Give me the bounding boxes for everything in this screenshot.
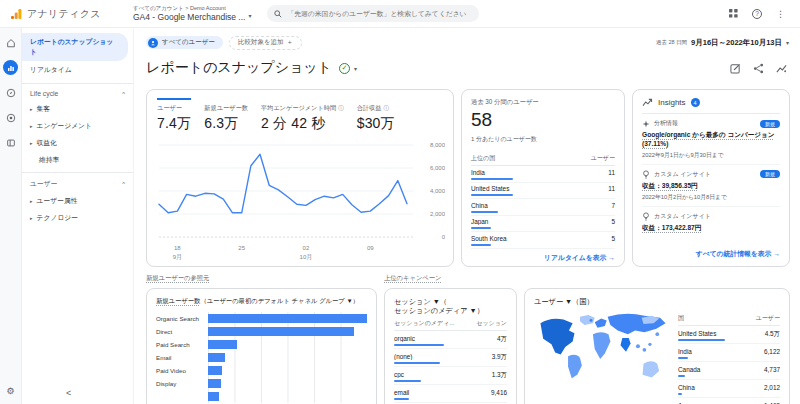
realtime-country-list: India 11 United States 11 China xyxy=(471,166,615,249)
insight-date: 2022年10月2日から10月8日まで xyxy=(642,193,780,202)
countries-col-users: ユーザー xyxy=(756,314,780,323)
insights-panel-icon[interactable] xyxy=(776,63,787,74)
insights-count-badge: 4 xyxy=(691,98,700,107)
insight-item[interactable]: カスタム インサイト 新規 収益：39,856.35円 2022年10月2日から… xyxy=(642,165,780,207)
expand-arrow-icon: ▸ xyxy=(30,198,33,204)
svg-text:09: 09 xyxy=(367,245,374,251)
hbar-plot xyxy=(208,312,367,403)
logo-text: アナリティクス xyxy=(27,7,101,21)
channel-bar xyxy=(208,366,222,375)
campaign-rows: organic 4万 (none) 3.9万 cpc xyxy=(394,331,507,404)
insight-item[interactable]: カスタム インサイト 収益：173,422.87円 xyxy=(642,207,780,237)
account-breadcrumb: すべてのアカウント > Demo Account xyxy=(133,5,251,12)
metric-tab-engagement-time[interactable]: 平均エンゲージメント時間 ⓘ 2 分 42 秒 xyxy=(261,98,344,133)
new-users-card-title[interactable]: 新規ユーザー数（ユーザーの最初のデフォルト チャネル グループ ▼） xyxy=(156,297,367,306)
metric-tab-users[interactable]: ユーザー 7.4万 xyxy=(157,98,191,133)
insight-headline: Google/organic から最多の コンバージョン (37.11%) xyxy=(642,131,780,149)
metric-value: 6.3万 xyxy=(204,115,248,133)
svg-text:6,000: 6,000 xyxy=(430,165,445,171)
campaigns-section-label[interactable]: 上位のキャンペーン xyxy=(384,274,442,285)
countries-col-country: 国 xyxy=(678,314,684,323)
sidebar-section-user[interactable]: ユーザー ^ xyxy=(22,176,133,192)
explore-nav-icon[interactable] xyxy=(3,85,18,100)
more-vert-icon[interactable]: ⋮ xyxy=(775,8,786,19)
sparkle-icon xyxy=(642,120,650,128)
campaigns-col-sessions: セッション xyxy=(476,319,507,328)
chevron-up-icon: ^ xyxy=(122,181,125,187)
help-icon[interactable]: ? xyxy=(752,9,762,19)
insight-item[interactable]: 分析情報 新規 Google/organic から最多の コンバージョン (37… xyxy=(642,114,780,165)
check-icon: ✓ xyxy=(339,63,350,74)
insights-title: Insights xyxy=(658,98,686,107)
search-input[interactable] xyxy=(287,10,472,17)
report-toolbar: すべてのユーザー 比較対象を追加 ＋ 過去 28 日間 9月16日～2022年1… xyxy=(146,35,795,50)
search-icon xyxy=(274,10,282,18)
sidebar-item-tech[interactable]: ▸ テクノロジー xyxy=(22,209,133,226)
countries-card-title[interactable]: ユーザー ▼（国） xyxy=(534,297,780,306)
diagnostics-grid-icon[interactable] xyxy=(728,8,739,19)
country-row: India 6,122 xyxy=(678,344,780,362)
share-icon[interactable] xyxy=(753,63,764,74)
report-sidebar: レポートのスナップショット リアルタイム Life cycle ^ ▸ 集客 ▸… xyxy=(22,28,134,404)
metric-tab-revenue[interactable]: 合計収益 ⓘ $30万 xyxy=(357,98,395,133)
svg-text:4,000: 4,000 xyxy=(430,188,445,194)
caret-down-icon[interactable]: ▾ xyxy=(354,65,357,72)
channel-label: Organic Search xyxy=(156,312,208,325)
reports-nav-icon[interactable] xyxy=(3,60,18,75)
new-users-section-label[interactable]: 新規ユーザーの参照元 xyxy=(146,274,209,285)
sidebar-item-demographics[interactable]: ▸ ユーザー属性 xyxy=(22,192,133,209)
analytics-logo-icon xyxy=(10,8,22,20)
add-comparison-chip[interactable]: 比較対象を追加 ＋ xyxy=(229,36,302,50)
channels-bar-chart: Organic Search Direct Paid Search Email … xyxy=(156,312,367,403)
property-name: GA4 - Google Merchandise ... xyxy=(133,12,245,22)
advertising-nav-icon[interactable] xyxy=(3,110,18,125)
library-nav-icon[interactable] xyxy=(3,135,18,150)
date-range-picker[interactable]: 過去 28 日間 9月16日～2022年10月13日 ▾ xyxy=(656,38,795,48)
lightbulb-icon xyxy=(642,212,650,221)
sidebar-collapse-icon[interactable]: < xyxy=(66,388,71,398)
realtime-subtitle: 1 分あたりのユーザー数 xyxy=(471,135,615,144)
realtime-value: 58 xyxy=(471,109,615,131)
world-map xyxy=(534,310,672,386)
realtime-col-country: 上位の国 xyxy=(471,154,495,163)
home-nav-icon[interactable] xyxy=(3,35,18,50)
audience-chip[interactable]: すべてのユーザー xyxy=(146,36,223,49)
admin-gear-icon[interactable]: ⚙ xyxy=(6,386,14,396)
sidebar-item-monetization[interactable]: ▸ 収益化 xyxy=(22,134,133,151)
country-row: Canada 4,737 xyxy=(678,362,780,380)
realtime-country-row: Japan 5 xyxy=(471,216,615,233)
realtime-card: 過去 30 分間のユーザー 58 1 分あたりのユーザー数 上位の国 ユーザー … xyxy=(461,89,625,267)
channel-label: Email xyxy=(156,351,208,364)
countries-section: ユーザー ▼（国） xyxy=(524,274,790,404)
campaigns-card-title[interactable]: セッション ▼（ セッションのメディア ▼） xyxy=(394,297,507,315)
sidebar-item-engagement[interactable]: ▸ エンゲージメント xyxy=(22,117,133,134)
expand-arrow-icon: ▸ xyxy=(30,140,33,146)
customize-report-icon[interactable] xyxy=(730,63,741,74)
sidebar-item-acquisition[interactable]: ▸ 集客 xyxy=(22,100,133,117)
expand-arrow-icon: ▸ xyxy=(30,106,33,112)
channel-bar xyxy=(208,379,221,388)
view-all-insights-link[interactable]: すべての統計情報を表示 → xyxy=(642,245,780,261)
country-row: China 2,012 xyxy=(678,380,780,398)
lightbulb-icon xyxy=(642,170,650,179)
campaign-row: cpc 1.3万 xyxy=(394,367,507,385)
sidebar-item-retention[interactable]: 維持率 xyxy=(22,151,133,168)
sidebar-item-realtime[interactable]: リアルタイム xyxy=(22,61,133,79)
analytics-logo[interactable]: アナリティクス xyxy=(0,7,133,21)
realtime-country-row: China 7 xyxy=(471,199,615,216)
metric-value: 7.4万 xyxy=(157,115,191,133)
account-switcher[interactable]: すべてのアカウント > Demo Account GA4 - Google Me… xyxy=(133,5,251,22)
sidebar-section-lifecycle[interactable]: Life cycle ^ xyxy=(22,87,133,100)
search-bar[interactable] xyxy=(267,5,479,22)
channel-label: Paid Video xyxy=(156,364,208,377)
campaigns-section: 上位のキャンペーン セッション ▼（ セッションのメディア ▼） セッションのメ… xyxy=(384,274,517,404)
caret-down-icon: ▾ xyxy=(786,39,789,46)
view-realtime-link[interactable]: リアルタイムを表示 → xyxy=(471,249,615,265)
metric-tab-new-users[interactable]: 新規ユーザー数 6.3万 xyxy=(204,98,248,133)
country-row: Japan 1,469 xyxy=(678,398,780,404)
country-row: United States 4.5万 xyxy=(678,326,780,344)
campaigns-card: セッション ▼（ セッションのメディア ▼） セッションのメディ... セッショ… xyxy=(384,288,517,404)
hbar-labels: Organic Search Direct Paid Search Email … xyxy=(156,312,208,403)
insights-card: Insights 4 分析情報 新規 Googl xyxy=(632,89,790,267)
sidebar-item-snapshot[interactable]: レポートのスナップショット xyxy=(22,33,128,61)
